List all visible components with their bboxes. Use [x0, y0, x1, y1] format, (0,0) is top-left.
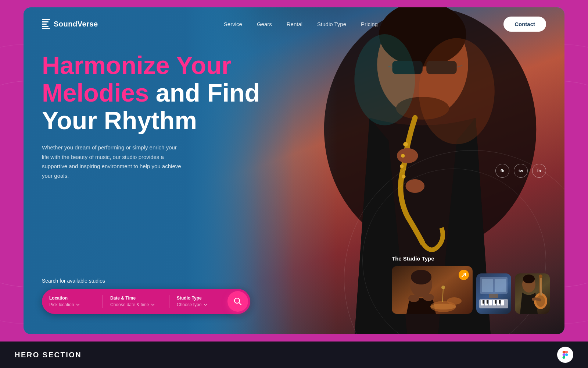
figma-button[interactable] — [557, 347, 573, 363]
nav-pricing[interactable]: Pricing — [361, 21, 378, 27]
svg-line-29 — [442, 288, 443, 302]
location-value: Pick location — [49, 302, 74, 307]
nav-studio-type[interactable]: Studio Type — [317, 21, 346, 27]
linkedin-icon-button[interactable]: in — [532, 164, 546, 178]
studio-panel-title: The Studio Type — [392, 255, 546, 262]
nav-gears[interactable]: Gears — [257, 21, 272, 27]
svg-rect-34 — [495, 279, 506, 292]
svg-rect-42 — [483, 300, 484, 304]
datetime-label: Date & Time — [110, 296, 162, 301]
svg-point-28 — [447, 297, 462, 305]
studio-type-field[interactable]: Studio Type Choose type — [169, 293, 225, 310]
studio-type-chevron-icon — [204, 304, 207, 306]
nav-links: Service Gears Rental Studio Type Pricing — [224, 21, 378, 27]
navbar: SoundVerse Service Gears Rental Studio T… — [24, 7, 564, 40]
logo-text: SoundVerse — [54, 20, 98, 28]
svg-point-48 — [523, 275, 535, 283]
twitter-icon-button[interactable]: tw — [514, 164, 528, 178]
figma-icon — [561, 350, 569, 360]
twitter-label: tw — [519, 169, 523, 173]
search-button[interactable] — [227, 291, 248, 312]
svg-rect-38 — [489, 300, 492, 305]
svg-point-24 — [408, 295, 419, 302]
svg-rect-43 — [487, 300, 488, 304]
svg-point-52 — [539, 275, 542, 278]
title-rhythm: Your Rhythm — [42, 107, 260, 134]
studio-thumb-keyboard[interactable] — [476, 273, 511, 314]
arrow-icon — [461, 272, 466, 277]
location-field[interactable]: Location Pick location — [42, 293, 103, 310]
page-wrapper: SoundVerse Service Gears Rental Studio T… — [0, 0, 588, 368]
studio-arrow-button[interactable] — [459, 270, 469, 280]
studio-thumb-guitar[interactable] — [515, 273, 550, 314]
datetime-chevron-icon — [151, 304, 155, 306]
title-harmonize: Harmonize Your — [42, 52, 260, 79]
social-icons: fb tw in — [495, 164, 546, 178]
hero-content: Harmonize Your Melodies and Find Your Rh… — [42, 52, 260, 180]
svg-rect-41 — [501, 300, 504, 305]
svg-line-31 — [462, 273, 466, 277]
studio-thumb-main[interactable] — [392, 266, 473, 314]
svg-rect-45 — [499, 300, 501, 304]
svg-rect-46 — [489, 294, 498, 298]
svg-point-25 — [423, 294, 434, 301]
facebook-icon-button[interactable]: fb — [495, 164, 509, 178]
title-melodies: Melodies — [42, 79, 149, 107]
svg-point-30 — [441, 286, 445, 289]
linkedin-label: in — [537, 169, 541, 173]
search-bar: Location Pick location Date & Time Choos… — [42, 289, 250, 314]
search-icon — [234, 297, 242, 305]
svg-point-23 — [411, 270, 431, 284]
nav-rental[interactable]: Rental — [287, 21, 302, 27]
svg-rect-44 — [495, 300, 496, 304]
studio-type-label: Studio Type — [177, 296, 217, 301]
logo-icon — [42, 19, 50, 29]
svg-rect-33 — [482, 279, 493, 292]
bottom-bar-title: HERO SECTION — [15, 351, 82, 359]
datetime-value: Choose date & time — [110, 302, 149, 307]
bottom-bar: HERO SECTION — [0, 342, 588, 368]
main-card: SoundVerse Service Gears Rental Studio T… — [24, 7, 564, 334]
contact-button[interactable]: Contact — [503, 17, 546, 32]
svg-line-21 — [239, 303, 241, 305]
hero-title: Harmonize Your Melodies and Find Your Rh… — [42, 52, 260, 134]
nav-service[interactable]: Service — [224, 21, 242, 27]
studio-thumbnails — [392, 266, 546, 314]
search-section: Search for available studios Location Pi… — [42, 278, 250, 314]
logo[interactable]: SoundVerse — [42, 19, 98, 29]
location-chevron-icon — [76, 304, 80, 306]
title-and-find: and Find — [149, 79, 260, 107]
search-label: Search for available studios — [42, 278, 250, 284]
datetime-field[interactable]: Date & Time Choose date & time — [103, 293, 169, 310]
studio-type-value: Choose type — [177, 302, 201, 307]
location-label: Location — [49, 296, 95, 301]
hero-description: Whether you dream of performing or simpl… — [42, 143, 185, 180]
facebook-label: fb — [501, 169, 504, 173]
title-melodies-row: Melodies and Find — [42, 79, 260, 107]
studio-panel: The Studio Type — [392, 255, 546, 314]
